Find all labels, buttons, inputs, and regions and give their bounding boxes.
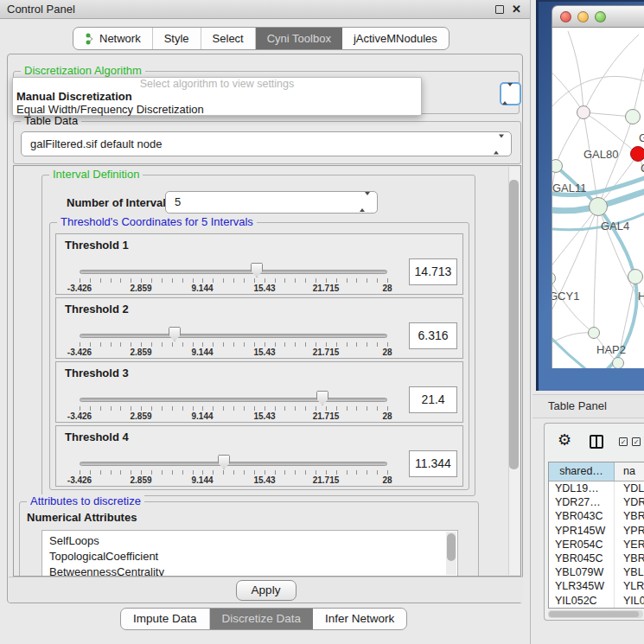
settings-scrollbar-thumb[interactable] <box>509 180 519 469</box>
scale-tick-label: 28 <box>382 284 392 293</box>
scale-tick-label: 15.43 <box>253 284 275 293</box>
label-gal80: GAL80 <box>583 148 618 161</box>
threshold-4-slider-track[interactable] <box>80 462 387 466</box>
threshold-3-slider-handle[interactable] <box>316 391 328 405</box>
scale-tick-label: 21.715 <box>313 348 340 357</box>
scale-tick-label: 21.715 <box>313 284 340 293</box>
cell: YIL0… <box>615 594 644 608</box>
threshold-2-slider-handle[interactable] <box>169 327 181 341</box>
threshold-4-row: Threshold 4 -3.426 2.859 9.144 15.43 21.… <box>55 425 463 487</box>
tab-style[interactable]: Style <box>153 28 201 49</box>
interval-definition-group: Interval Definition Number of Intervals … <box>41 175 475 496</box>
tab-cyni-toolbox[interactable]: Cyni Toolbox <box>256 28 342 49</box>
label-gal11: GAL11 <box>552 182 587 194</box>
scale-tick-label: 2.859 <box>130 411 151 421</box>
table-row[interactable]: YLR345WYLR3… <box>549 579 644 593</box>
label-h: H <box>638 290 644 303</box>
tab-impute-data[interactable]: Impute Data <box>121 609 210 629</box>
cell: YDL19… <box>549 481 615 495</box>
node-gal80[interactable] <box>577 105 590 119</box>
attributes-list-scrollbar[interactable] <box>446 532 456 575</box>
settings-scrollbar-track[interactable] <box>508 167 520 575</box>
tab-jactivemnodules[interactable]: jActiveMNodules <box>342 28 449 49</box>
threshold-2-row: Threshold 2 -3.426 2.859 9.144 15.43 21.… <box>55 297 463 359</box>
gear-icon[interactable]: ⚙ <box>558 430 571 450</box>
threshold-4-value-field[interactable]: 11.344 <box>409 450 457 477</box>
scale-tick-label: 2.859 <box>130 475 151 485</box>
mac-minimize-button[interactable] <box>577 11 589 22</box>
table-row[interactable]: YBL079WYBL0… <box>549 565 644 579</box>
threshold-4-slider-handle[interactable] <box>218 455 230 469</box>
discretization-algorithm-title: Discretization Algorithm <box>21 64 145 77</box>
table-row[interactable]: YBR045CYBR0… <box>549 552 644 565</box>
threshold-1-value-field[interactable]: 14.713 <box>409 258 457 285</box>
list-item-betweennesscentrality[interactable]: BetweennessCentrality <box>42 564 457 577</box>
column-header-name[interactable]: na <box>615 462 644 481</box>
threshold-4-ticks <box>80 470 388 475</box>
threshold-3-slider-track[interactable] <box>80 398 387 402</box>
scale-tick-label: -3.426 <box>67 348 92 357</box>
attributes-group: Attributes to discretize Numerical Attri… <box>19 501 479 577</box>
mac-zoom-button[interactable] <box>595 11 606 22</box>
table-row[interactable]: YBR043CYBR0… <box>549 509 644 523</box>
threshold-2-ticks <box>80 342 388 347</box>
node-h[interactable] <box>628 269 643 284</box>
checkbox-icon[interactable]: ✓ <box>632 437 641 446</box>
control-panel-window: Control Panel ✕ Network Style Select Cyn… <box>0 0 531 644</box>
option-equal-width-frequency[interactable]: Equal Width/Frequency Discretization <box>13 103 421 116</box>
tab-select[interactable]: Select <box>201 28 256 49</box>
cell: YDR2… <box>615 495 644 509</box>
threshold-1-slider-handle[interactable] <box>251 263 263 277</box>
node-red-selected[interactable] <box>630 146 644 162</box>
tab-network[interactable]: Network <box>73 28 153 49</box>
threshold-3-value-field[interactable]: 21.4 <box>409 386 457 413</box>
window-title: Control Panel <box>0 3 75 16</box>
apply-button[interactable]: Apply <box>236 580 296 601</box>
list-item-topologicalcoefficient[interactable]: TopologicalCoefficient <box>42 549 457 564</box>
scale-tick-label: -3.426 <box>67 475 92 485</box>
cell: YBR0… <box>615 509 644 523</box>
algorithm-combobox-focused-end[interactable] <box>500 82 521 105</box>
table-data-combobox[interactable]: galFiltered.sif default node <box>21 131 512 156</box>
threshold-3-ticks <box>80 406 388 411</box>
threshold-1-ticks <box>80 278 388 283</box>
table-row[interactable]: YDL19…YDL1… <box>549 481 644 495</box>
cell: YPR1… <box>615 524 644 538</box>
threshold-1-slider-track[interactable] <box>80 270 387 274</box>
cell: YBL0… <box>615 565 644 579</box>
thresholds-group: Threshold's Coordinates for 5 Intervals … <box>49 222 469 490</box>
cell: YBL079W <box>549 565 615 579</box>
threshold-2-slider-track[interactable] <box>80 334 387 338</box>
threshold-2-value-field[interactable]: 6.316 <box>409 322 457 349</box>
scale-tick-label: -3.426 <box>67 284 92 293</box>
mac-close-button[interactable] <box>560 11 571 22</box>
checkbox-icon[interactable]: ✓ <box>619 437 628 446</box>
combo-arrows-icon <box>494 132 504 156</box>
tab-infer-network[interactable]: Infer Network <box>313 609 406 629</box>
table-horizontal-scrollbar[interactable] <box>548 610 643 618</box>
tab-discretize-data[interactable]: Discretize Data <box>210 609 314 629</box>
table-data-title: Table Data <box>21 114 81 127</box>
node-ga[interactable] <box>625 109 641 124</box>
scale-tick-label: 2.859 <box>130 284 151 293</box>
scale-tick-label: 28 <box>382 348 392 357</box>
combo-arrows-icon <box>502 86 513 102</box>
tab-jactive-label: jActiveMNodules <box>354 32 437 45</box>
node-partial-bottom[interactable] <box>612 357 624 368</box>
table-row[interactable]: YER054CYER0… <box>549 538 644 552</box>
table-row[interactable]: YDR27…YDR2… <box>549 495 644 509</box>
cell: YLR3… <box>615 579 644 593</box>
node-hap2[interactable] <box>588 327 600 339</box>
list-item-selfloops[interactable]: SelfLoops <box>42 533 457 549</box>
float-window-icon[interactable] <box>495 5 504 14</box>
number-of-intervals-combobox[interactable]: 5 <box>165 191 378 214</box>
table-row[interactable]: YPR145WYPR1… <box>549 524 644 538</box>
network-canvas[interactable]: GAL80 GA C GAL11 GAL4 GCY1 H HAP2 <box>552 28 644 368</box>
column-header-shared-name[interactable]: shared… <box>549 462 615 481</box>
table-row[interactable]: YIL052CYIL0… <box>549 594 644 608</box>
option-manual-discretization[interactable]: Manual Discretization <box>13 90 421 103</box>
columns-icon[interactable] <box>590 435 603 449</box>
cell: YDR27… <box>549 495 615 509</box>
close-window-icon[interactable]: ✕ <box>512 3 521 16</box>
node-gal4[interactable] <box>589 197 608 216</box>
